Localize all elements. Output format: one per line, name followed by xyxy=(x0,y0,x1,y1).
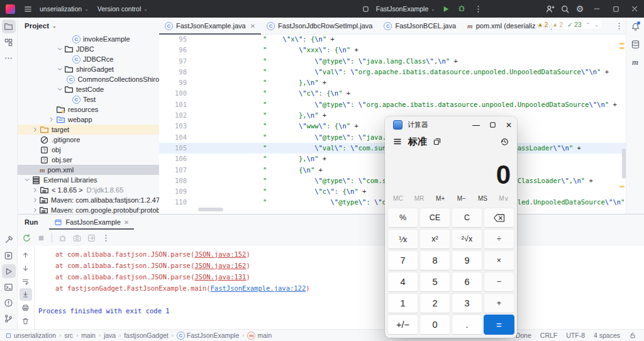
tree-item-target[interactable]: target xyxy=(17,125,159,135)
console-output[interactable]: at com.alibaba.fastjson.JSON.parse(JSON.… xyxy=(35,246,644,330)
calc-key-×[interactable]: × xyxy=(484,250,514,271)
tree-item-maven-com.google.protobuf-protobuf-java-3[interactable]: Maven: com.google.protobuf:protobuf-java… xyxy=(17,205,159,214)
status-widget-crlf[interactable]: CRLF xyxy=(540,332,557,339)
tree-item-commonscollectionsshiro[interactable]: CCommonsCollectionsShiro xyxy=(17,74,159,84)
calc-key-÷[interactable]: ÷ xyxy=(484,229,514,249)
status-widget-4-spaces[interactable]: 4 spaces xyxy=(594,332,620,339)
calc-key-CE[interactable]: CE xyxy=(419,208,450,228)
prev-problem-icon[interactable]: ⌃ xyxy=(586,22,591,28)
status-widget-utf-8[interactable]: UTF-8 xyxy=(566,332,585,339)
next-problem-icon[interactable]: ⌄ xyxy=(594,22,599,28)
tool-strip-button-maven-tool-icon[interactable]: m xyxy=(628,55,642,69)
calc-key-C[interactable]: C xyxy=(452,208,482,228)
stop-button[interactable] xyxy=(34,231,48,245)
calc-key-backspace[interactable] xyxy=(484,208,514,228)
search-everywhere-button[interactable] xyxy=(557,2,572,16)
scroll-to-end-button[interactable] xyxy=(19,288,32,301)
calc-key-2[interactable]: 2 xyxy=(419,293,450,313)
settings-button[interactable]: ⚙ xyxy=(572,2,587,16)
calc-key-9[interactable]: 9 xyxy=(452,250,482,271)
breadcrumb-item[interactable]: unserialization xyxy=(5,332,56,339)
tree-item-obj[interactable]: ?obj xyxy=(17,145,159,155)
tool-strip-button-project-folder-icon[interactable] xyxy=(2,20,16,33)
tree-item--1.8.65-[interactable]: < 1.8.65 >D:\jdk1.8.65 xyxy=(17,185,159,195)
calc-key-8[interactable]: 8 xyxy=(419,250,450,271)
tool-strip-button-structure-icon[interactable] xyxy=(2,35,16,49)
calc-key-5[interactable]: 5 xyxy=(419,272,450,292)
tree-item-.gitignore[interactable]: .gitignore xyxy=(17,135,159,145)
soft-wrap-button[interactable] xyxy=(19,275,32,288)
clear-button[interactable] xyxy=(19,315,32,327)
code-line-99[interactable]: 99" },\n" + xyxy=(159,77,626,88)
editor-tab[interactable]: CFastJsonJdbcRowSetImpl.java xyxy=(261,18,378,34)
code-line-96[interactable]: 96" \"xxx\": {\n" + xyxy=(159,45,626,55)
window-close-button[interactable] xyxy=(625,0,644,18)
main-menu-button[interactable] xyxy=(20,2,35,16)
calc-key-.[interactable]: . xyxy=(452,315,482,335)
calc-minimize-button[interactable]: — xyxy=(468,116,484,133)
calc-key-7[interactable]: 7 xyxy=(387,250,418,271)
code-line-95[interactable]: 95" \"x\": {\n" + xyxy=(159,34,626,45)
more-run-options-button[interactable] xyxy=(470,2,486,16)
code-line-97[interactable]: 97" \"@type\": \"java.lang.Class\",\n" + xyxy=(159,56,626,67)
stack-trace-link[interactable]: JSON.java:131 xyxy=(194,273,246,281)
calc-key-=[interactable]: = xyxy=(484,315,514,335)
breadcrumb-item[interactable]: main xyxy=(81,332,96,339)
close-icon[interactable]: ✕ xyxy=(250,23,255,30)
run-button[interactable] xyxy=(438,2,453,16)
breadcrumb-item[interactable]: CFastJsonExample xyxy=(177,332,239,340)
tree-item-external-libraries[interactable]: External Libraries xyxy=(17,175,159,185)
memory-m+-button[interactable]: M+ xyxy=(430,195,451,202)
tool-strip-button-database-icon[interactable] xyxy=(628,37,642,51)
breadcrumb-item[interactable]: mmain xyxy=(247,332,272,340)
tool-strip-button-build-hammer-icon[interactable] xyxy=(2,233,16,247)
tab-options-button[interactable] xyxy=(611,18,626,34)
tree-item-resources[interactable]: resources xyxy=(17,104,159,115)
calc-key-6[interactable]: 6 xyxy=(452,272,482,292)
rerun-button[interactable] xyxy=(19,231,34,245)
tree-item-pom.xml[interactable]: mpom.xml xyxy=(17,165,159,175)
calc-key-+[interactable]: + xyxy=(484,293,514,313)
calc-key-⅟x[interactable]: ⅟x xyxy=(387,229,418,249)
stack-trace-link[interactable]: FastJsonExample.java:122 xyxy=(211,284,306,292)
status-widget-unlock-icon[interactable] xyxy=(629,332,636,339)
project-selector[interactable]: unserialization ⌄ xyxy=(35,3,93,14)
thread-dump-button[interactable] xyxy=(70,231,84,245)
run-tab[interactable]: FastJsonExample ✕ xyxy=(49,215,134,230)
more-vertical-button[interactable] xyxy=(99,231,113,245)
tree-item-obj.ser[interactable]: ?obj.ser xyxy=(17,155,159,165)
add-user-button[interactable] xyxy=(542,2,557,16)
scroll-down-button[interactable] xyxy=(19,262,32,274)
code-line-100[interactable]: 100" \"c\": {\n" + xyxy=(159,88,626,99)
tree-item-jdbc[interactable]: JDBC xyxy=(17,44,159,54)
tree-item-maven-com.alibaba-fastjson-1.2.47[interactable]: Maven: com.alibaba:fastjson:1.2.47 xyxy=(17,195,159,205)
tree-item-testcode[interactable]: testCode xyxy=(17,84,159,94)
close-icon[interactable]: ✕ xyxy=(124,219,129,226)
horizontal-scrollbar-thumb[interactable] xyxy=(198,208,223,211)
vcs-selector[interactable]: Version control ⌄ xyxy=(93,3,152,14)
calc-key-4[interactable]: 4 xyxy=(387,272,418,292)
stack-trace-link[interactable]: JSON.java:152 xyxy=(194,250,246,258)
print-button[interactable] xyxy=(19,301,32,314)
calc-key-%[interactable]: % xyxy=(387,208,418,228)
tool-strip-button-more-horizontal-icon[interactable] xyxy=(2,51,16,65)
tool-strip-button-git-branch-icon[interactable] xyxy=(2,311,16,325)
memory-ms-button[interactable]: MS xyxy=(472,195,494,202)
tree-item-jdbcrce[interactable]: CJDBCRce xyxy=(17,54,159,64)
tree-item-invokeexample[interactable]: CinvokeExample xyxy=(17,34,159,44)
editor-tab[interactable]: CFastJsonBCEL.java xyxy=(378,18,462,34)
calc-key-3[interactable]: 3 xyxy=(452,293,482,313)
tool-strip-button-problems-icon[interactable] xyxy=(2,296,16,310)
keep-on-top-icon[interactable] xyxy=(433,137,441,146)
memory-mc-button[interactable]: MC xyxy=(387,195,409,202)
calc-key-0[interactable]: 0 xyxy=(419,315,450,335)
tree-item-test[interactable]: CTest xyxy=(17,94,159,104)
debug-attach-button[interactable] xyxy=(55,231,70,245)
history-icon[interactable] xyxy=(500,137,509,147)
calc-key-²√x[interactable]: ²√x xyxy=(452,229,482,249)
breadcrumb-item[interactable]: fastjsonGadget xyxy=(124,332,169,339)
exit-button[interactable] xyxy=(84,231,99,245)
run-config-selector[interactable]: FastJsonExample ⌄ xyxy=(375,3,436,14)
calc-key-x²[interactable]: x² xyxy=(419,229,450,249)
tool-strip-button-services-icon[interactable] xyxy=(2,249,16,262)
